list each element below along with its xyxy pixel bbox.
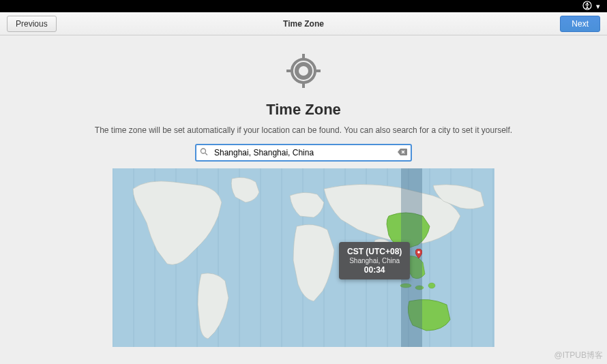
- previous-button[interactable]: Previous: [7, 16, 57, 32]
- search-icon: [200, 148, 208, 158]
- svg-point-1: [587, 3, 589, 5]
- page-heading: Time Zone: [0, 101, 607, 119]
- city-search-input[interactable]: [195, 144, 412, 162]
- location-icon: [283, 50, 324, 91]
- clear-icon[interactable]: [398, 147, 407, 159]
- svg-line-10: [205, 153, 207, 155]
- svg-point-3: [299, 66, 308, 76]
- search-container: [195, 144, 412, 162]
- header-bar: Previous Time Zone Next: [0, 12, 607, 35]
- header-title: Time Zone: [283, 19, 324, 29]
- watermark: @ITPUB博客: [554, 350, 603, 361]
- world-map[interactable]: CST (UTC+08) Shanghai, China 00:34: [113, 168, 494, 347]
- dropdown-icon[interactable]: ▾: [596, 2, 600, 11]
- page-subtitle: The time zone will be set automatically …: [0, 125, 607, 135]
- accessibility-icon[interactable]: [582, 1, 592, 12]
- main-content: Time Zone The time zone will be set auto…: [0, 35, 607, 347]
- location-marker-icon: [415, 249, 422, 258]
- system-top-bar: ▾: [0, 0, 607, 12]
- svg-point-34: [417, 251, 420, 254]
- svg-point-9: [201, 149, 206, 153]
- next-button[interactable]: Next: [560, 16, 600, 32]
- svg-point-33: [428, 283, 435, 288]
